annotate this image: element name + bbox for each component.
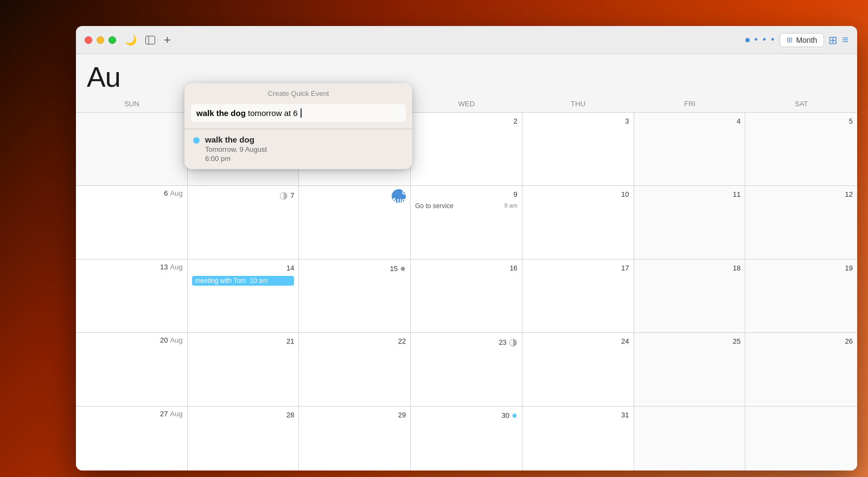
add-event-button[interactable]: + (164, 33, 171, 47)
date-26-num: 26 (845, 337, 853, 345)
popup-suggestion[interactable]: walk the dog Tomorrow, 9 August 6:00 pm (184, 129, 412, 169)
cell-aug2[interactable]: 2 (411, 113, 522, 185)
titlebar: 🌙 + • • • ⊞ Month ⊞ ≡ (76, 26, 857, 54)
cell-aug11[interactable]: 11 (634, 186, 746, 259)
cell-aug19[interactable]: 19 (745, 260, 857, 332)
cell-aug31[interactable]: 31 (522, 407, 634, 470)
cell-aug17[interactable]: 17 (522, 260, 634, 332)
hamburger-menu-icon[interactable]: ≡ (842, 34, 848, 46)
minimize-button[interactable] (97, 36, 104, 44)
cell-aug5[interactable]: 5 (745, 113, 857, 185)
date-17-num: 17 (621, 264, 629, 272)
date-15-num: 15 (390, 265, 398, 273)
dots-menu-icon[interactable]: • • • (754, 34, 775, 46)
cell-aug4[interactable]: 4 (634, 113, 746, 185)
desktop-background: 🌙 + • • • ⊞ Month ⊞ ≡ (0, 0, 868, 477)
cell-empty-next1[interactable] (634, 407, 746, 470)
quick-event-popup: Create Quick Event walk the dog tomorrow… (184, 83, 412, 169)
date-13-label: Aug (170, 263, 183, 271)
event-go-to-service[interactable]: Go to service 9 am (415, 201, 518, 210)
app-window: 🌙 + • • • ⊞ Month ⊞ ≡ (76, 26, 857, 470)
date-20-label: Aug (170, 336, 183, 344)
suggestion-title: walk the dog (205, 135, 267, 144)
cell-aug27[interactable]: 27 Aug (76, 407, 188, 470)
popup-input-display[interactable]: walk the dog tomorrow at 6 (191, 104, 406, 122)
header-sat: SAT (745, 98, 857, 110)
date-19-num: 19 (845, 264, 853, 272)
input-bold-text: walk the dog (196, 108, 246, 118)
cell-aug9[interactable]: 9 Go to service 9 am (411, 186, 522, 259)
app-grid-icon[interactable]: ⊞ (828, 34, 838, 47)
cell-aug10[interactable]: 10 (522, 186, 634, 259)
dark-mode-icon[interactable]: 🌙 (125, 34, 137, 46)
svg-rect-0 (146, 36, 155, 44)
grid-dots-icon: ⊞ (787, 36, 793, 44)
cell-aug8[interactable]: 8 Aug (299, 186, 411, 259)
cell-empty-1[interactable] (76, 113, 188, 185)
date-30-num: 30 (502, 411, 509, 420)
cell-aug24[interactable]: 24 (522, 333, 634, 405)
moon-aug23: ◑ (509, 336, 518, 348)
cell-aug12[interactable]: 12 (745, 186, 857, 259)
cell-aug18[interactable]: 18 (634, 260, 746, 332)
cell-aug7[interactable]: ◑ 7 (188, 186, 299, 259)
moon-aug15: ● (400, 263, 406, 274)
suggestion-color-dot (193, 137, 200, 144)
cell-aug25[interactable]: 25 (634, 333, 746, 405)
date-6-label: Aug (170, 189, 183, 197)
maximize-button[interactable] (108, 36, 116, 44)
date-3-num: 3 (625, 117, 629, 125)
suggestion-time: 6:00 pm (205, 154, 267, 163)
notification-dot (745, 38, 750, 42)
calendar-row-3: 13 Aug 14 meeting with Tom 10 am 15 (76, 260, 857, 333)
date-24-num: 24 (621, 337, 629, 345)
month-label: Month (796, 36, 817, 44)
event-meeting-time: 10 am (250, 277, 267, 285)
date-27-label: Aug (170, 410, 183, 418)
popup-input-area: walk the dog tomorrow at 6 (184, 102, 412, 128)
cell-aug28[interactable]: 28 (188, 407, 299, 470)
moon-aug7: ◑ (279, 189, 288, 201)
cell-aug30[interactable]: 30 ● (411, 407, 522, 470)
date-7-num: 7 (290, 191, 294, 199)
date-4-num: 4 (737, 117, 741, 125)
month-view-button[interactable]: ⊞ Month (780, 33, 824, 47)
calendar-row-2: 6 Aug ◑ 7 8 Aug (76, 186, 857, 259)
date-25-num: 25 (733, 337, 741, 345)
event-service-time: 9 am (504, 202, 517, 209)
date-10-num: 10 (621, 190, 629, 198)
moon-aug30: ● (512, 410, 518, 421)
close-button[interactable] (85, 36, 92, 44)
date-9-num: 9 (514, 190, 518, 198)
header-fri: FRI (634, 98, 746, 110)
date-11-num: 11 (733, 190, 741, 198)
cell-aug6[interactable]: 6 Aug (76, 186, 188, 259)
date-2-num: 2 (514, 117, 518, 125)
cell-aug13[interactable]: 13 Aug (76, 260, 188, 332)
date-18-num: 18 (733, 264, 741, 272)
cell-aug16[interactable]: 16 (411, 260, 522, 332)
suggestion-date: Tomorrow, 9 August (205, 145, 267, 153)
traffic-lights (85, 36, 116, 44)
cell-aug21[interactable]: 21 (188, 333, 299, 405)
date-20-num: 20 (160, 336, 168, 344)
cell-aug15[interactable]: 15 ● (299, 260, 411, 332)
cell-aug23[interactable]: 23 ◑ (411, 333, 522, 405)
event-meeting-tom[interactable]: meeting with Tom 10 am (192, 276, 295, 286)
cell-aug29[interactable]: 29 (299, 407, 411, 470)
cell-aug26[interactable]: 26 (745, 333, 857, 405)
event-service-text: Go to service (415, 202, 454, 210)
event-meeting-text: meeting with Tom (195, 277, 246, 285)
cell-empty-next2[interactable] (745, 407, 857, 470)
sidebar-toggle-icon[interactable] (145, 36, 155, 44)
calendar-row-4: 20 Aug 21 22 23 ◑ (76, 333, 857, 406)
cell-aug14[interactable]: 14 meeting with Tom 10 am (188, 260, 299, 332)
cell-aug22[interactable]: 22 (299, 333, 411, 405)
popup-title: Create Quick Event (184, 83, 412, 102)
today-badge-8: 8 Aug (392, 189, 406, 203)
calendar-row-5: 27 Aug 28 29 30 ● (76, 407, 857, 470)
date-5-num: 5 (849, 117, 853, 125)
cell-aug20[interactable]: 20 Aug (76, 333, 188, 405)
header-thu: THU (522, 98, 634, 110)
cell-aug3[interactable]: 3 (522, 113, 634, 185)
